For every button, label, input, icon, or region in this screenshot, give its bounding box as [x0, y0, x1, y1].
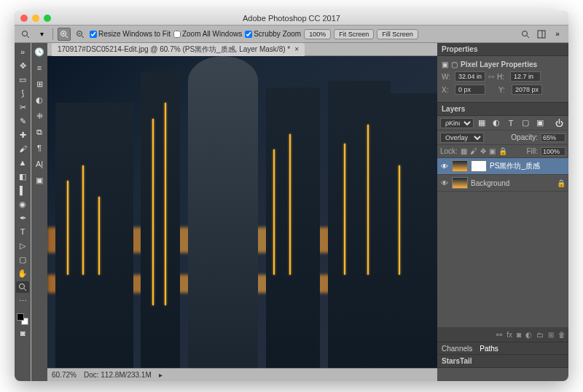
- layer-row[interactable]: 👁 PS黑作坊_质感: [437, 158, 568, 175]
- resize-windows-checkbox[interactable]: Resize Windows to Fit: [90, 30, 171, 38]
- svg-point-9: [523, 31, 528, 36]
- navigator-icon[interactable]: ▣: [33, 174, 46, 186]
- main-body: » ✥ ▭ ⟆ ✂ ✎ ✚ 🖌 ▲ ◧ ▌ ◉ ✒ T ▷ ▢ ✋ ⋯ ◙ 🕓 …: [15, 43, 568, 381]
- gradient-tool[interactable]: ▌: [16, 184, 29, 196]
- workspace-icon[interactable]: [535, 28, 548, 41]
- zoom-tool[interactable]: [16, 281, 29, 293]
- pen-tool[interactable]: ✒: [16, 212, 29, 224]
- hand-tool[interactable]: ✋: [16, 267, 29, 279]
- edit-toolbar[interactable]: ⋯: [16, 295, 29, 307]
- starstail-header[interactable]: StarsTail: [437, 355, 568, 368]
- status-bar: 60.72% Doc: 112.8M/233.1M ▸: [47, 368, 437, 381]
- filter-shape-icon[interactable]: ▢: [519, 117, 532, 129]
- marquee-tool[interactable]: ▭: [16, 74, 29, 85]
- filter-pixel-icon[interactable]: ▦: [475, 117, 488, 129]
- lock-pixels-icon[interactable]: 🖌: [470, 147, 477, 155]
- doc-info[interactable]: Doc: 112.8M/233.1M: [84, 371, 152, 379]
- zoom-tool-icon[interactable]: [19, 28, 32, 41]
- visibility-icon[interactable]: 👁: [440, 162, 449, 170]
- layer-name[interactable]: PS黑作坊_质感: [490, 161, 540, 171]
- paragraph-icon[interactable]: ¶: [33, 142, 46, 154]
- path-tool[interactable]: ▷: [16, 240, 29, 251]
- properties-body: ▣ ▢ Pixel Layer Properties W: ⚯ H: X: Y:: [437, 56, 568, 102]
- blur-tool[interactable]: ◉: [16, 198, 29, 210]
- canvas[interactable]: [47, 56, 437, 368]
- height-field[interactable]: [510, 71, 541, 82]
- zoom-out-icon[interactable]: [74, 28, 87, 41]
- tab-paths[interactable]: Paths: [480, 345, 498, 353]
- filter-adjust-icon[interactable]: ◐: [490, 117, 503, 129]
- layer-name[interactable]: Background: [471, 179, 509, 187]
- zoom-in-icon[interactable]: [58, 28, 71, 41]
- fill-field[interactable]: [541, 147, 566, 156]
- filter-type-icon[interactable]: T: [504, 117, 517, 129]
- panel-menu-icon[interactable]: »: [551, 28, 564, 41]
- link-icon[interactable]: ⚯: [488, 73, 494, 81]
- mask-add-icon[interactable]: ◙: [517, 331, 521, 339]
- height-label: H:: [497, 73, 507, 81]
- swatches-icon[interactable]: ⊞: [33, 78, 46, 90]
- status-flyout-icon[interactable]: ▸: [159, 371, 163, 379]
- filter-kind-select[interactable]: ρKind: [440, 118, 474, 128]
- visibility-icon[interactable]: 👁: [440, 179, 449, 187]
- blend-mode-select[interactable]: Overlay: [440, 133, 484, 143]
- fx-icon[interactable]: fx: [506, 331, 512, 339]
- shape-tool[interactable]: ▢: [16, 254, 29, 265]
- move-tool[interactable]: ✥: [16, 60, 29, 71]
- adjustments-icon[interactable]: ≡: [33, 62, 46, 74]
- svg-line-10: [527, 36, 529, 38]
- lock-all-icon[interactable]: 🔒: [498, 147, 507, 155]
- options-flyout-icon[interactable]: ▾: [35, 28, 48, 41]
- eyedropper-tool[interactable]: ✎: [16, 115, 29, 127]
- crop-tool[interactable]: ✂: [16, 101, 29, 113]
- layer-thumbnail[interactable]: [452, 177, 468, 189]
- x-field[interactable]: [455, 85, 485, 95]
- tab-channels[interactable]: Channels: [442, 345, 472, 353]
- history-icon[interactable]: 🕓: [33, 46, 46, 58]
- delete-layer-icon[interactable]: 🗑: [558, 331, 566, 339]
- document-tab[interactable]: 170917#DSC05214-Edit.jpg @ 60.7% (PS黑作坊_…: [52, 43, 305, 56]
- properties-header[interactable]: Properties: [437, 43, 568, 56]
- fill-label: Fill:: [526, 147, 538, 155]
- width-field[interactable]: [455, 71, 485, 82]
- layers-header[interactable]: Layers: [437, 103, 568, 116]
- brush-tool[interactable]: 🖌: [16, 143, 29, 154]
- group-icon[interactable]: 🗀: [536, 331, 544, 339]
- filter-toggle-icon[interactable]: ⏻: [552, 117, 566, 129]
- collapse-icon[interactable]: »: [16, 46, 29, 58]
- libraries-icon[interactable]: ⧉: [33, 126, 46, 138]
- zoom-all-checkbox[interactable]: Zoom All Windows: [173, 30, 242, 38]
- eraser-tool[interactable]: ◧: [16, 170, 29, 182]
- filter-smart-icon[interactable]: ▣: [533, 117, 547, 129]
- stamp-tool[interactable]: ▲: [16, 157, 29, 168]
- y-field[interactable]: [512, 85, 542, 95]
- brushes-icon[interactable]: ⁜: [33, 110, 46, 122]
- zoom-level[interactable]: 60.72%: [52, 371, 77, 379]
- color-swatches[interactable]: [17, 313, 28, 325]
- close-tab-icon[interactable]: ×: [294, 45, 299, 53]
- new-layer-icon[interactable]: ⊞: [548, 331, 554, 339]
- layer-mask-thumbnail[interactable]: [471, 160, 487, 172]
- layer-thumbnail[interactable]: [452, 160, 468, 172]
- color-icon[interactable]: ◐: [33, 94, 46, 106]
- zoom-100-button[interactable]: 100%: [304, 29, 331, 39]
- character-icon[interactable]: A|: [33, 158, 46, 170]
- layer-tools: ⚯ fx ◙ ◐ 🗀 ⊞ 🗑: [437, 327, 568, 342]
- fit-screen-button[interactable]: Fit Screen: [334, 29, 374, 39]
- lock-transparent-icon[interactable]: ▦: [461, 147, 467, 155]
- link-layers-icon[interactable]: ⚯: [496, 331, 502, 339]
- healing-tool[interactable]: ✚: [16, 129, 29, 141]
- width-label: W:: [442, 73, 452, 81]
- opacity-field[interactable]: [541, 133, 566, 142]
- lock-artboard-icon[interactable]: ▣: [489, 147, 496, 155]
- quickmask-toggle[interactable]: ◙: [16, 327, 29, 339]
- adjustment-add-icon[interactable]: ◐: [525, 331, 532, 339]
- lasso-tool[interactable]: ⟆: [16, 87, 29, 99]
- layer-row[interactable]: 👁 Background 🔒: [437, 175, 568, 192]
- scrubby-zoom-checkbox[interactable]: Scrubby Zoom: [245, 30, 301, 38]
- blend-bar: Overlay Opacity:: [437, 130, 568, 145]
- fill-screen-button[interactable]: Fill Screen: [377, 29, 418, 39]
- lock-position-icon[interactable]: ✥: [480, 147, 486, 155]
- search-icon[interactable]: [519, 28, 532, 41]
- type-tool[interactable]: T: [16, 226, 29, 238]
